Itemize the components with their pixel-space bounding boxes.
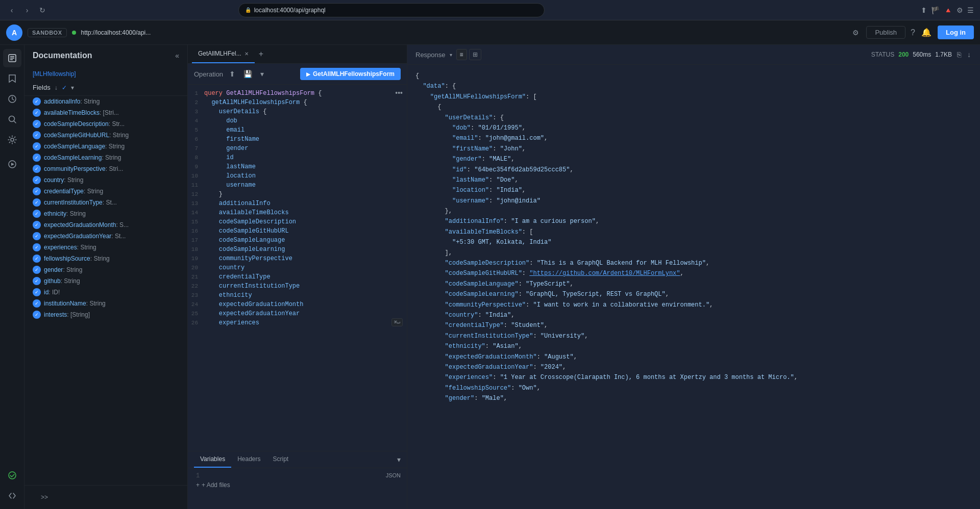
upload-icon-btn[interactable]: ⬆ (227, 68, 237, 80)
code-line-21: 21 credentialType (188, 272, 407, 282)
settings-button[interactable]: ⚙ (850, 27, 861, 39)
operation-label: Operation (194, 70, 223, 78)
download-response-button[interactable]: ↓ (966, 49, 972, 60)
field-item-codeSampleLearning[interactable]: ✓ codeSampleLearning: String (24, 152, 187, 163)
mlh-label[interactable]: [MLHfellowship] (24, 68, 187, 82)
browser-bar: ‹ › ↻ 🔒 localhost:4000/api/graphql ⬆ 🏴 🔺… (0, 0, 980, 20)
svg-marker-9 (11, 163, 14, 166)
field-name: codeSampleLanguage: String (44, 143, 125, 150)
svg-point-5 (9, 116, 14, 122)
tab-getallmlhfellowships[interactable]: GetAllMLHFel... ✕ (192, 45, 255, 63)
variables-tabs: Variables Headers Script ▾ (188, 451, 407, 468)
response-chevron-button[interactable]: ▾ (450, 52, 452, 58)
grid-view-button[interactable]: ⊞ (469, 49, 481, 60)
json-label: JSON (386, 472, 401, 478)
sidebar-check-btn[interactable] (3, 466, 21, 485)
sidebar-settings-btn[interactable] (3, 131, 21, 149)
sidebar-query-btn[interactable] (3, 49, 21, 67)
code-line-9: 9 lastName (188, 162, 407, 171)
dropdown-icon-btn[interactable]: ▾ (258, 68, 266, 80)
response-panel: Response ▾ ≡ ⊞ STATUS 200 560ms 1.7KB ⎘ … (407, 45, 980, 509)
script-tab[interactable]: Script (267, 451, 295, 468)
status-section: STATUS 200 560ms 1.7KB ⎘ ↓ (871, 49, 972, 60)
field-item-experiences[interactable]: ✓ experiences: String (24, 242, 187, 253)
field-item-availableTimeBlocks[interactable]: ✓ availableTimeBlocks: [Stri... (24, 107, 187, 118)
publish-button[interactable]: Publish (866, 26, 905, 39)
field-item-expectedGraduationYear[interactable]: ✓ expectedGraduationYear: St... (24, 231, 187, 242)
variables-collapse-button[interactable]: ▾ (397, 455, 401, 464)
run-query-button[interactable]: ▶ GetAllMLHFellowshipsForm (300, 68, 401, 80)
field-check: ✓ (33, 97, 41, 106)
field-item-github[interactable]: ✓ github: String (24, 275, 187, 287)
field-check: ✓ (33, 221, 41, 229)
add-files-button[interactable]: + + Add files (196, 479, 399, 491)
check-all-button[interactable]: ✓ (62, 84, 67, 91)
add-tab-button[interactable]: + (255, 45, 267, 63)
help-button[interactable]: ? (911, 28, 915, 37)
variables-panel: Variables Headers Script ▾ JSON 1 + + Ad… (188, 451, 407, 509)
code-line-24: 24 expectedGraduationMonth (188, 300, 407, 309)
back-button[interactable]: ‹ (6, 5, 17, 16)
response-header: Response ▾ ≡ ⊞ STATUS 200 560ms 1.7KB ⎘ … (407, 45, 980, 65)
ext-icon-3: ⚙ (957, 6, 963, 14)
secure-icon: 🔒 (245, 7, 251, 13)
editor-menu-button[interactable]: ••• (395, 89, 403, 97)
headers-tab[interactable]: Headers (231, 451, 266, 468)
sort-button[interactable]: ↓ (55, 84, 58, 91)
field-name: fellowshipSource: String (44, 255, 110, 262)
field-name: ethnicity: String (44, 210, 86, 217)
sidebar-play-btn[interactable] (3, 155, 21, 173)
tab-close-button[interactable]: ✕ (244, 51, 249, 57)
field-item-codeSampleLanguage[interactable]: ✓ codeSampleLanguage: String (24, 141, 187, 152)
list-view-button[interactable]: ≡ (456, 49, 467, 60)
field-name: institutionName: String (44, 300, 106, 307)
url-bar[interactable]: 🔒 localhost:4000/api/graphql (238, 3, 545, 17)
toggle-button[interactable]: ▾ (71, 84, 74, 91)
login-button[interactable]: Log in (938, 26, 974, 39)
field-item-expectedGraduationMonth[interactable]: ✓ expectedGraduationMonth: S... (24, 219, 187, 231)
notification-button[interactable]: 🔔 (921, 28, 932, 37)
url-text: localhost:4000/api/graphql (254, 7, 326, 14)
field-item-codeSampleDescription[interactable]: ✓ codeSampleDescription: Str... (24, 118, 187, 130)
field-item-fellowshipSource[interactable]: ✓ fellowshipSource: String (24, 253, 187, 264)
connection-status-dot (72, 31, 76, 35)
sidebar-history-btn[interactable] (3, 90, 21, 108)
field-item-additionalInfo[interactable]: ✓ additionalInfo: String (24, 96, 187, 107)
code-line-14: 14 availableTimeBlocks (188, 208, 407, 217)
field-item-communityPerspective[interactable]: ✓ communityPerspective: Stri... (24, 163, 187, 174)
documentation-panel: Documentation « [MLHfellowship] Fields ↓… (24, 45, 188, 509)
variables-tab[interactable]: Variables (194, 451, 231, 468)
field-name: github: String (44, 277, 80, 285)
field-item-id[interactable]: ✓ id: ID! (24, 287, 187, 298)
sidebar-search-btn[interactable] (3, 110, 21, 129)
field-check: ✓ (33, 311, 41, 319)
share-icon: ⬆ (921, 6, 927, 14)
expand-panel-button[interactable]: >> (33, 490, 56, 505)
field-name: gender: String (44, 266, 82, 273)
code-line-6: 6 firstName (188, 135, 407, 144)
sidebar-expand-btn[interactable] (3, 487, 21, 505)
field-item-country[interactable]: ✓ country: String (24, 174, 187, 186)
ext-icon-2: 🔺 (944, 6, 952, 14)
field-check: ✓ (33, 187, 41, 195)
sidebar-bookmark-btn[interactable] (3, 69, 21, 88)
response-content: { "data": { "getAllMLHFellowshipsForm": … (407, 65, 980, 509)
refresh-button[interactable]: ↻ (37, 5, 48, 16)
field-name: id: ID! (44, 289, 60, 296)
doc-collapse-button[interactable]: « (175, 52, 179, 60)
operation-panel: GetAllMLHFel... ✕ + Operation ⬆ 💾 ▾ ▶ Ge… (188, 45, 407, 509)
field-item-codeSampleGitHubURL[interactable]: ✓ codeSampleGitHubURL: String (24, 130, 187, 141)
save-icon-btn[interactable]: 💾 (241, 68, 254, 80)
code-line-11: 11 username (188, 181, 407, 190)
code-line-20: 20 country (188, 263, 407, 272)
forward-button[interactable]: › (21, 5, 33, 16)
copy-response-button[interactable]: ⎘ (956, 49, 962, 60)
field-item-currentInstitutionType[interactable]: ✓ currentInstitutionType: St... (24, 197, 187, 208)
code-editor[interactable]: ••• 1 query GetAllMLHFellowshipsForm { 2… (188, 85, 407, 451)
field-item-interests[interactable]: ✓ interests: [String] (24, 309, 187, 320)
field-item-gender[interactable]: ✓ gender: String (24, 264, 187, 275)
field-name: availableTimeBlocks: [Stri... (44, 109, 119, 116)
field-item-credentialType[interactable]: ✓ credentialType: String (24, 186, 187, 197)
field-item-ethnicity[interactable]: ✓ ethnicity: String (24, 208, 187, 219)
field-item-institutionName[interactable]: ✓ institutionName: String (24, 298, 187, 309)
